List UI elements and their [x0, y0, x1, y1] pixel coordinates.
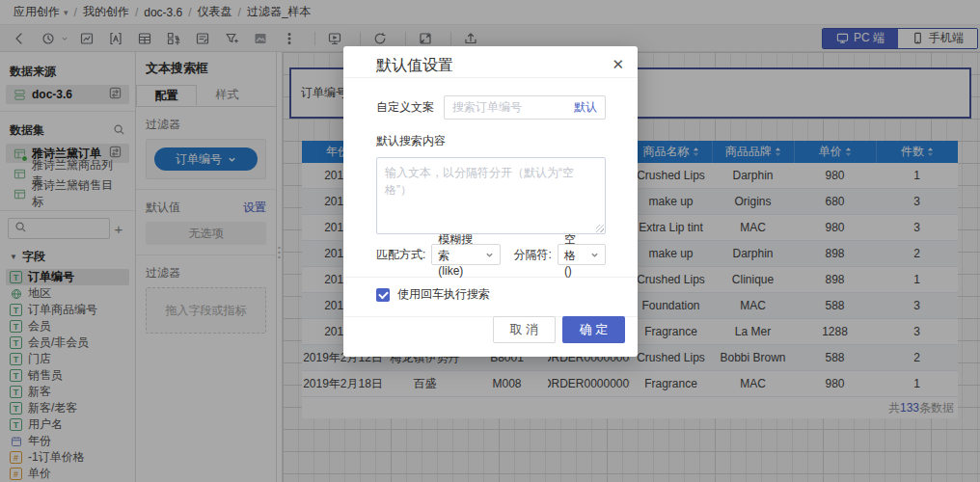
reset-default-link[interactable]: 默认	[574, 99, 597, 116]
dialog-footer: 取 消 确 定	[343, 316, 638, 343]
match-mode-value: 模糊搜索 (like)	[438, 231, 476, 278]
custom-text-label: 自定义文案	[376, 99, 434, 116]
search-content-textarea[interactable]: 输入文本，以分隔符分开（默认为“空格”）	[376, 157, 606, 234]
separator-value: 空格()	[564, 231, 583, 278]
match-mode-label: 匹配方式:	[376, 247, 425, 263]
separator-label: 分隔符:	[514, 247, 552, 263]
confirm-button[interactable]: 确 定	[562, 316, 625, 343]
dashboard-editor-window: 应用创作▾/我的创作/doc-3.6/仪表盘/过滤器_样本 PC 端	[0, 0, 980, 482]
match-mode-select[interactable]: 模糊搜索 (like)	[431, 244, 500, 265]
dialog-divider	[343, 277, 638, 278]
default-value-dialog: 默认值设置 ✕ 自定义文案 搜索订单编号 默认 默认搜索内容 输入文本，以分隔符…	[343, 46, 638, 357]
custom-text-placeholder: 搜索订单编号	[452, 99, 574, 116]
enter-search-checkbox[interactable]	[376, 288, 390, 302]
dialog-title: 默认值设置	[376, 48, 453, 76]
enter-search-label: 使用回车执行搜索	[397, 286, 490, 303]
search-content-label: 默认搜索内容	[376, 133, 606, 149]
dialog-body: 自定义文案 搜索订单编号 默认 默认搜索内容 输入文本，以分隔符分开（默认为“空…	[343, 95, 638, 317]
chevron-down-icon	[485, 251, 494, 259]
custom-text-input[interactable]: 搜索订单编号 默认	[444, 95, 606, 120]
separator-select[interactable]: 空格()	[558, 244, 606, 265]
close-icon[interactable]: ✕	[612, 50, 624, 73]
cancel-button[interactable]: 取 消	[493, 316, 556, 343]
textarea-placeholder: 输入文本，以分隔符分开（默认为“空格”）	[385, 166, 574, 197]
dialog-header: 默认值设置 ✕	[343, 46, 638, 78]
chevron-down-icon	[590, 251, 599, 259]
